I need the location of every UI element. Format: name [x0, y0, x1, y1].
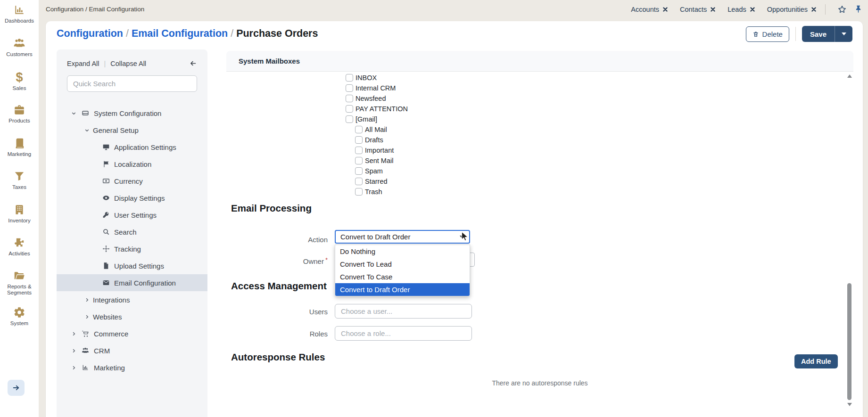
tree-item-upload-settings[interactable]: Upload Settings [57, 257, 207, 274]
checkbox[interactable] [355, 147, 363, 154]
users-input[interactable] [335, 304, 472, 319]
tree-item-integrations[interactable]: Integrations [57, 291, 207, 308]
pinned-tab-label: Contacts [680, 6, 707, 13]
checkbox[interactable] [355, 126, 363, 133]
scrollbar-down-arrow[interactable] [847, 403, 852, 406]
sidebar-item-dashboards[interactable]: Dashboards [0, 3, 39, 24]
chevron-right-icon[interactable] [83, 297, 91, 303]
checkbox[interactable] [346, 74, 353, 82]
monitor-icon [102, 143, 110, 151]
sidebar-item-taxes[interactable]: Taxes [0, 170, 39, 190]
mailbox-folder-all-mail[interactable]: All Mail [355, 124, 408, 135]
close-icon[interactable] [663, 7, 668, 12]
tree-item-application-settings[interactable]: Application Settings [57, 139, 207, 155]
checkbox[interactable] [355, 188, 363, 196]
action-select[interactable]: Convert to Draft Order [335, 230, 470, 244]
checkbox[interactable] [355, 167, 363, 175]
tree-item-system-configuration[interactable]: System Configuration [57, 105, 207, 122]
save-button[interactable]: Save [802, 26, 835, 42]
trash-icon [752, 31, 759, 38]
close-icon[interactable] [811, 7, 816, 12]
chevron-down-icon[interactable] [83, 128, 91, 133]
checkbox[interactable] [346, 95, 353, 102]
dropdown-option-convert-to-lead[interactable]: Convert To Lead [335, 258, 470, 270]
checkbox[interactable] [355, 178, 363, 185]
divider [825, 4, 826, 15]
close-icon[interactable] [750, 7, 755, 12]
tree-item-localization[interactable]: Localization [57, 155, 207, 172]
dropdown-option-convert-to-draft-order[interactable]: Convert to Draft Order [335, 283, 470, 296]
sidebar-item-marketing[interactable]: Marketing [0, 137, 39, 157]
save-options-button[interactable] [835, 26, 852, 42]
mailbox-folder-sent-mail[interactable]: Sent Mail [355, 155, 408, 166]
close-icon[interactable] [711, 7, 715, 12]
pinned-tab-accounts[interactable]: Accounts [631, 6, 668, 13]
sidebar-item-system[interactable]: System [0, 306, 39, 327]
pin-icon[interactable] [854, 5, 862, 14]
roles-input[interactable] [335, 326, 472, 341]
system-mailboxes-header: System Mailboxes [226, 51, 853, 72]
mailbox-folder-pay-attention[interactable]: PAY ATTENTION [346, 104, 408, 114]
mailbox-folder-drafts[interactable]: Drafts [355, 135, 408, 145]
crosshair-icon [102, 245, 110, 253]
sidebar-item-activities[interactable]: Activities [0, 236, 39, 257]
title-crumb-email-configuration[interactable]: Email Configuration [132, 28, 228, 39]
email-processing-heading: Email Processing [231, 203, 312, 214]
sidebar-item-inventory[interactable]: Inventory [0, 203, 39, 224]
sidebar-item-reports-segments[interactable]: Reports & Segments [0, 269, 39, 296]
title-crumb-configuration[interactable]: Configuration [57, 28, 123, 39]
tree-item-general-setup[interactable]: General Setup [57, 122, 207, 139]
checkbox[interactable] [346, 105, 353, 113]
checkbox[interactable] [355, 136, 363, 144]
delete-button[interactable]: Delete [746, 26, 789, 42]
dropdown-option-do-nothing[interactable]: Do Nothing [335, 245, 470, 258]
tree-item-websites[interactable]: Websites [57, 308, 207, 325]
tree-item-currency[interactable]: Currency [57, 172, 207, 189]
pinned-tab-opportunities[interactable]: Opportunities [767, 6, 816, 13]
quick-search-input[interactable] [67, 75, 197, 92]
checkbox[interactable] [346, 84, 353, 92]
favorite-star-icon[interactable] [837, 5, 847, 14]
mailbox-folder-gmail[interactable]: [Gmail] [346, 114, 408, 124]
collapse-all-link[interactable]: Collapse All [110, 60, 146, 67]
mailbox-folder-important[interactable]: Important [355, 145, 408, 155]
tree-item-commerce[interactable]: Commerce [57, 325, 207, 342]
mailbox-folder-internal-crm[interactable]: Internal CRM [346, 83, 408, 93]
sidebar-item-customers[interactable]: Customers [0, 37, 39, 57]
add-rule-button[interactable]: Add Rule [794, 354, 838, 368]
mailbox-folder-trash[interactable]: Trash [355, 187, 408, 197]
chevron-right-icon[interactable] [70, 348, 77, 353]
tree-item-user-settings[interactable]: User Settings [57, 206, 207, 223]
checkbox[interactable] [346, 115, 353, 123]
chevron-down-icon[interactable] [70, 111, 77, 116]
tree-item-marketing[interactable]: Marketing [57, 359, 207, 376]
pinned-tab-contacts[interactable]: Contacts [680, 6, 715, 13]
mailbox-folder-starred[interactable]: Starred [355, 176, 408, 187]
checkbox[interactable] [355, 157, 363, 164]
tree-item-label: System Configuration [94, 109, 161, 117]
collapse-panel-button[interactable] [189, 59, 197, 67]
mailbox-folder-spam[interactable]: Spam [355, 166, 408, 176]
sidebar-expand-button[interactable] [8, 380, 25, 396]
mailbox-folder-inbox[interactable]: INBOX [346, 73, 408, 83]
sidebar-item-sales[interactable]: $ Sales [0, 71, 39, 91]
chevron-right-icon[interactable] [70, 365, 77, 370]
chevron-down-icon [842, 33, 846, 35]
book-icon [13, 137, 25, 150]
tree-item-email-configuration[interactable]: Email Configuration [57, 274, 207, 291]
scrollbar-up-arrow[interactable] [847, 74, 852, 78]
tree-item-tracking[interactable]: Tracking [57, 240, 207, 257]
sidebar-item-products[interactable]: Products [0, 103, 39, 124]
expand-all-link[interactable]: Expand All [67, 60, 99, 67]
dropdown-option-convert-to-case[interactable]: Convert To Case [335, 270, 470, 283]
tree-item-display-settings[interactable]: Display Settings [57, 189, 207, 206]
folder-icon [13, 269, 25, 282]
scrollbar-thumb[interactable] [847, 283, 851, 400]
title-actions: Delete Save [746, 26, 852, 42]
chevron-right-icon[interactable] [83, 314, 91, 319]
chevron-right-icon[interactable] [70, 331, 77, 336]
tree-item-search[interactable]: Search [57, 223, 207, 240]
mailbox-folder-newsfeed[interactable]: Newsfeed [346, 93, 408, 104]
pinned-tab-leads[interactable]: Leads [727, 6, 755, 13]
tree-item-crm[interactable]: CRM [57, 342, 207, 359]
